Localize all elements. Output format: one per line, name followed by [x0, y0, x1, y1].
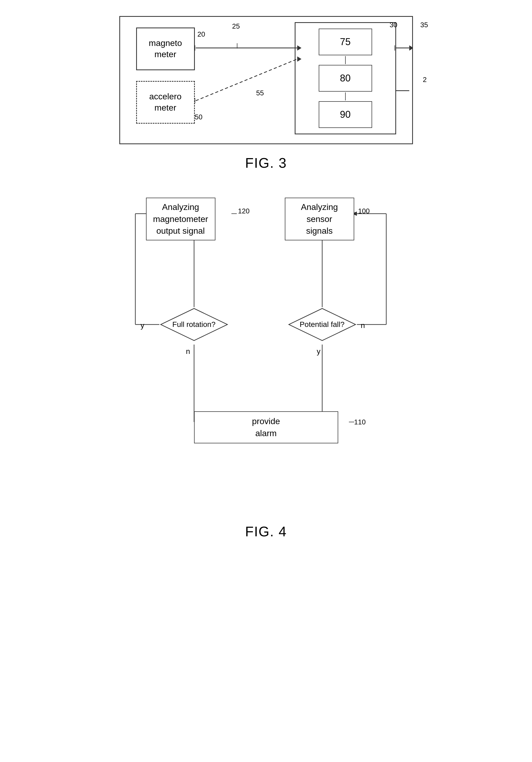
label-2: 2 [423, 76, 427, 84]
full-rotation-label: Full rotation? [172, 320, 216, 329]
connector-80-90 [345, 92, 346, 101]
diamond-potential-fall: Potential fall? [288, 307, 357, 342]
label-110: 110 [354, 418, 366, 426]
diamond-full-rotation: Full rotation? [159, 307, 229, 342]
provide-alarm-label: providealarm [252, 415, 280, 439]
label-n-right: n [361, 321, 365, 330]
page-container: magnetometer accelerometer 75 80 90 [53, 16, 480, 540]
label-50: 50 [195, 113, 203, 121]
box-75: 75 [319, 29, 372, 55]
connector-75-80 [345, 56, 346, 64]
label-55: 55 [256, 89, 264, 97]
fig4-section: Analyzingmagnetometeroutput signal Analy… [53, 192, 480, 540]
fig3-section: magnetometer accelerometer 75 80 90 [53, 16, 480, 171]
label-100: 100 [358, 207, 370, 215]
box-analyzing-mag: Analyzingmagnetometeroutput signal [146, 198, 215, 240]
box-90: 90 [319, 101, 372, 128]
magnetometer-box: magnetometer [136, 28, 195, 70]
fig4-diagram: Analyzingmagnetometeroutput signal Analy… [119, 192, 413, 513]
label-30: 30 [390, 21, 397, 29]
label-n-bottom-left: n [186, 347, 190, 356]
right-container: 75 80 90 [295, 22, 396, 134]
label-120: 120 [238, 207, 250, 215]
label-25: 25 [232, 22, 240, 31]
potential-fall-label: Potential fall? [299, 320, 344, 329]
svg-line-4 [196, 59, 297, 101]
label-35: 35 [421, 21, 428, 29]
svg-marker-8 [409, 45, 412, 51]
box-80: 80 [319, 65, 372, 92]
fig3-caption: FIG. 3 [245, 155, 287, 171]
analyzing-mag-label: Analyzingmagnetometeroutput signal [153, 201, 208, 237]
label-20: 20 [198, 30, 205, 38]
fig3-diagram: magnetometer accelerometer 75 80 90 [119, 16, 413, 144]
accelerometer-box: accelerometer [136, 81, 195, 124]
analyzing-sensor-label: Analyzingsensorsignals [301, 201, 338, 237]
label-y-left: y [141, 321, 144, 330]
magnetometer-label: magnetometer [149, 38, 182, 60]
box-provide-alarm: providealarm [194, 411, 338, 443]
accelerometer-label: accelerometer [149, 91, 181, 113]
label-y-bottom-right: y [317, 347, 321, 356]
fig4-caption: FIG. 4 [245, 523, 287, 540]
box-analyzing-sensor: Analyzingsensorsignals [285, 198, 354, 240]
